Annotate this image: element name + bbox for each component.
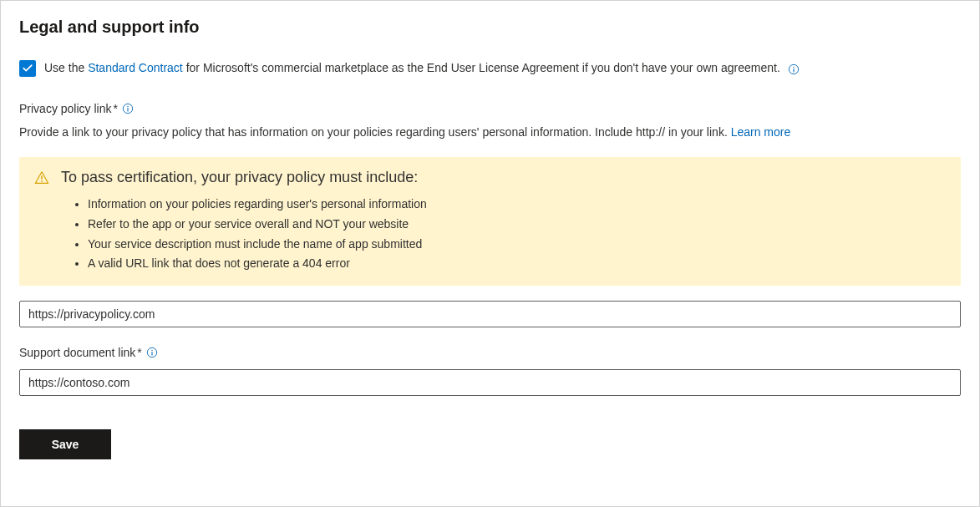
svg-rect-2 [793,68,794,72]
standard-contract-label: Use the Standard Contract for Microsoft'… [44,61,800,75]
standard-contract-link[interactable]: Standard Contract [88,61,183,74]
label-suffix: for Microsoft's commercial marketplace a… [183,61,780,74]
required-indicator: * [137,346,141,359]
warning-item: A valid URL link that does not generate … [88,254,946,274]
warning-title: To pass certification, your privacy poli… [61,169,418,186]
support-doc-label: Support document link* [19,346,961,359]
warning-item: Information on your policies regarding u… [88,195,946,215]
svg-rect-6 [41,175,42,180]
standard-contract-row: Use the Standard Contract for Microsoft'… [19,60,961,77]
standard-contract-checkbox[interactable] [19,60,36,77]
privacy-policy-input[interactable] [19,301,961,327]
warning-list: Information on your policies regarding u… [34,195,946,274]
checkmark-icon [22,63,33,74]
privacy-policy-description: Provide a link to your privacy policy th… [19,125,961,139]
svg-point-7 [41,180,43,182]
description-text: Provide a link to your privacy policy th… [19,125,731,139]
svg-rect-10 [151,352,152,355]
support-doc-input[interactable] [19,369,961,396]
privacy-policy-label-text: Privacy policy link [19,102,111,115]
privacy-policy-label: Privacy policy link* [19,102,961,115]
legal-support-panel: Legal and support info Use the Standard … [0,0,980,507]
svg-point-1 [793,66,794,67]
warning-header: To pass certification, your privacy poli… [34,169,946,186]
svg-point-4 [127,106,128,107]
label-prefix: Use the [44,61,88,74]
info-icon[interactable] [145,346,159,359]
save-button[interactable]: Save [19,429,111,459]
svg-point-9 [151,350,152,351]
learn-more-link[interactable]: Learn more [731,125,791,139]
warning-item: Refer to the app or your service overall… [88,215,946,235]
svg-rect-5 [127,108,128,111]
certification-warning: To pass certification, your privacy poli… [19,157,961,286]
support-doc-label-text: Support document link [19,346,135,359]
info-icon[interactable] [787,63,800,76]
required-indicator: * [113,102,117,115]
warning-icon [34,170,49,185]
info-icon[interactable] [121,102,135,115]
warning-item: Your service description must include th… [88,235,946,255]
page-title: Legal and support info [19,18,961,37]
